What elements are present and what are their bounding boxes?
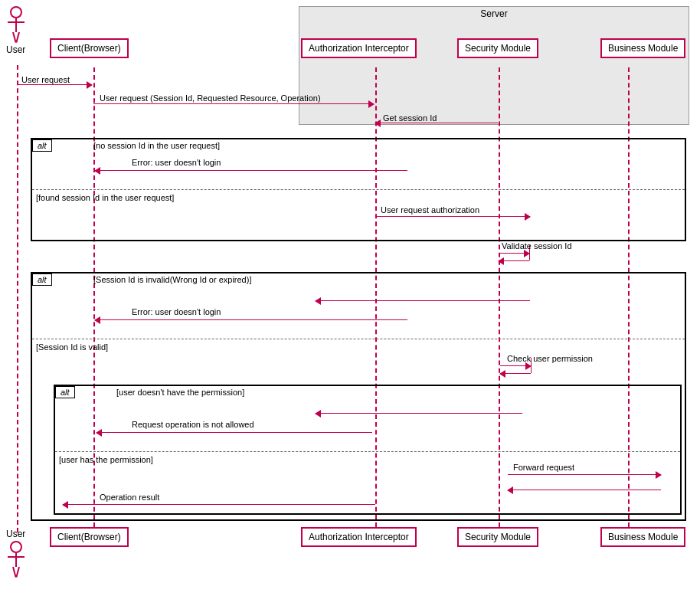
arrow-user-request-full xyxy=(93,103,374,104)
arrow-operation-result xyxy=(63,504,375,505)
security-box-bottom: Security Module xyxy=(457,527,538,547)
arrow-validate-session xyxy=(499,253,529,254)
user-leg-right-top xyxy=(15,32,20,43)
label-get-session: Get session Id xyxy=(383,113,437,123)
label-user-req-auth: User request authorization xyxy=(381,205,479,214)
arrow-forward-request xyxy=(508,474,661,475)
arrow-error-no-login-1 xyxy=(95,170,407,171)
user-label-bottom: User xyxy=(6,529,25,539)
label-validate-session: Validate session Id xyxy=(502,241,572,251)
arrow-not-allowed xyxy=(96,432,372,433)
label-operation-result: Operation result xyxy=(100,493,159,502)
guard-session-invalid: [Session Id is invalid(Wrong Id or expir… xyxy=(93,275,251,284)
guard-no-session: [no session Id in the user request] xyxy=(93,141,220,150)
alt-divider-2 xyxy=(32,339,685,339)
server-label: Server xyxy=(299,7,689,21)
arrow-error-no-login-2 xyxy=(95,319,407,320)
label-check-permission: Check user permission xyxy=(507,354,593,363)
arrow-invalid-sec-auth xyxy=(316,300,530,301)
diagram: Server User Client(Browser) Authorizatio… xyxy=(0,0,700,596)
auth-box-bottom: Authorization Interceptor xyxy=(301,527,417,547)
guard-no-permission: [user doesn't have the permission] xyxy=(116,388,244,397)
guard-has-permission: [user has the permission] xyxy=(59,455,153,464)
business-box-top: Business Module xyxy=(600,38,685,58)
arrow-user-req-auth xyxy=(377,216,530,217)
user-legs-bottom xyxy=(12,567,20,578)
auth-box-top: Authorization Interceptor xyxy=(301,38,417,58)
label-user-request-full: User request (Session Id, Requested Reso… xyxy=(100,93,321,103)
arrow-check-perm xyxy=(500,365,531,366)
user-arms-bottom xyxy=(8,556,25,558)
user-label-top: User xyxy=(6,44,25,55)
arrow-user-request xyxy=(17,84,92,85)
user-head-bottom xyxy=(10,541,22,553)
label-not-allowed: Request operation is not allowed xyxy=(132,420,254,429)
security-box-top: Security Module xyxy=(457,38,538,58)
arrow-business-return xyxy=(508,490,661,490)
user-arms-top xyxy=(8,21,25,23)
arrow-no-perm-sec-auth xyxy=(316,413,522,414)
alt-divider-1 xyxy=(32,189,685,190)
arrow-check-return xyxy=(500,373,531,374)
alt-box-1: alt [no session Id in the user request] … xyxy=(31,138,686,241)
alt-divider-3 xyxy=(55,451,680,452)
guard-session-valid: [Session Id is valid] xyxy=(36,342,108,352)
user-head-top xyxy=(10,6,22,18)
arrow-validate-return xyxy=(499,260,529,261)
label-user-request: User request xyxy=(21,75,70,84)
alt-tag-2: alt xyxy=(32,273,52,286)
guard-found-session: [found session Id in the user request] xyxy=(36,193,174,202)
alt-box-2: alt [Session Id is invalid(Wrong Id or e… xyxy=(31,272,686,521)
user-lifeline xyxy=(17,65,18,532)
client-box-bottom: Client(Browser) xyxy=(50,527,129,547)
label-error-no-login-2: Error: user doesn't login xyxy=(132,307,221,316)
alt-tag-3: alt xyxy=(55,386,75,398)
user-leg-right-bottom xyxy=(15,567,20,578)
alt-tag-1: alt xyxy=(32,139,52,152)
user-body-bottom xyxy=(15,553,17,567)
business-box-bottom: Business Module xyxy=(600,527,685,547)
user-top-figure: User xyxy=(6,6,25,55)
server-box: Server xyxy=(299,6,689,125)
user-bottom-figure: User xyxy=(6,527,25,578)
label-error-no-login-1: Error: user doesn't login xyxy=(132,158,221,167)
label-forward-request: Forward request xyxy=(513,463,574,472)
arrow-get-session xyxy=(375,123,498,123)
client-box-top: Client(Browser) xyxy=(50,38,129,58)
user-legs-top xyxy=(12,32,20,43)
user-body-top xyxy=(15,18,17,32)
